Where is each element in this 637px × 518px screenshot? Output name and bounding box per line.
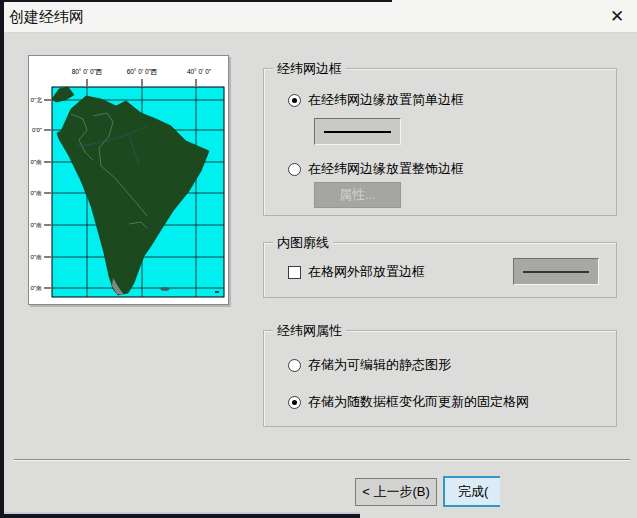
checkbox-label: 在格网外部放置边框: [308, 263, 425, 281]
window-left-edge: [0, 0, 4, 518]
axis-label: 80° 0' 0"西: [72, 68, 103, 75]
back-button[interactable]: < 上一步(B): [355, 478, 437, 506]
island-speck: [215, 291, 219, 293]
graticule-properties-group: 经纬网属性 存储为可编辑的静态图形 存储为随数据框变化而更新的固定格网: [263, 330, 617, 427]
axis-label: 0'0": [32, 127, 42, 133]
radio-indicator: [288, 396, 301, 409]
axis-label: 60° 0' 0"西: [127, 68, 158, 75]
radio-static-graphic[interactable]: 存储为可编辑的静态图形: [288, 356, 451, 374]
radio-label: 在经纬网边缘放置整饰边框: [308, 160, 464, 178]
left-axis-ticks: [44, 100, 51, 288]
axis-label: 40° 0' 0": [187, 68, 212, 75]
group-title: 经纬网边框: [273, 60, 346, 78]
create-graticule-dialog: 创建经纬网 ✕: [0, 0, 637, 518]
radio-label: 在经纬网边缘放置简单边框: [308, 91, 464, 109]
map-preview: 80° 0' 0"西 60° 0' 0"西 40° 0' 0" 0"北 0'0"…: [29, 56, 228, 304]
top-axis-labels: 80° 0' 0"西 60° 0' 0"西 40° 0' 0": [72, 68, 212, 75]
radio-indicator: [288, 359, 301, 372]
group-title: 内图廓线: [273, 234, 333, 252]
left-axis-labels: 0"北 0'0" 0"南 0"南 0"南 0"南 0"南: [31, 96, 42, 291]
axis-label: 0"南: [31, 190, 42, 196]
checkbox-indicator: [288, 266, 301, 279]
close-button[interactable]: ✕: [604, 4, 630, 28]
close-icon: ✕: [610, 6, 624, 27]
border-line-symbol-swatch[interactable]: [314, 118, 401, 145]
axis-label: 0"北: [31, 96, 42, 104]
line-symbol-preview: [324, 131, 390, 133]
window-title: 创建经纬网: [9, 8, 84, 27]
axis-label: 0"南: [31, 159, 42, 165]
radio-label: 存储为随数据框变化而更新的固定格网: [308, 393, 529, 411]
radio-indicator: [288, 163, 301, 176]
axis-label: 0"南: [31, 254, 42, 260]
footer-separator: [14, 459, 630, 461]
line-symbol-preview: [523, 271, 589, 273]
radio-simple-border[interactable]: 在经纬网边缘放置简单边框: [288, 91, 464, 109]
falkland-islands: [161, 287, 170, 291]
neatline-group: 内图廓线 在格网外部放置边框: [263, 242, 617, 298]
axis-label: 0"南: [31, 222, 42, 228]
group-title: 经纬网属性: [273, 322, 346, 340]
radio-indicator: [288, 94, 301, 107]
checkbox-place-border-outside[interactable]: 在格网外部放置边框: [288, 263, 425, 281]
radio-decorative-border[interactable]: 在经纬网边缘放置整饰边框: [288, 160, 464, 178]
title-bar: 创建经纬网 ✕: [0, 0, 637, 33]
neatline-symbol-swatch: [513, 258, 599, 285]
axis-label: 0"南: [31, 285, 42, 291]
radio-label: 存储为可编辑的静态图形: [308, 356, 451, 374]
map-preview-panel: 80° 0' 0"西 60° 0' 0"西 40° 0' 0" 0"北 0'0"…: [28, 55, 229, 305]
graticule-border-group: 经纬网边框 在经纬网边缘放置简单边框 在经纬网边缘放置整饰边框 属性...: [263, 68, 617, 216]
top-axis-ticks: [87, 79, 196, 86]
radio-fixed-grid[interactable]: 存储为随数据框变化而更新的固定格网: [288, 393, 529, 411]
properties-button: 属性...: [314, 182, 401, 208]
window-bottom-edge: [0, 514, 360, 518]
window-top-edge: [0, 0, 392, 2]
finish-button[interactable]: 完成(: [443, 476, 500, 507]
